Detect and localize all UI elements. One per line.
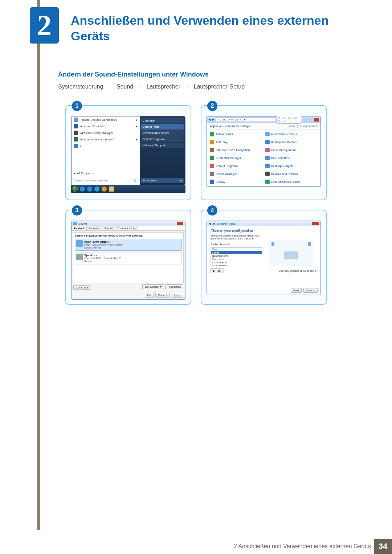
configure-button[interactable]: Configure — [73, 285, 91, 290]
chapter-title: Anschließen und Verwenden eines externen… — [71, 13, 370, 44]
cp-item[interactable]: Action Center — [210, 131, 262, 138]
cp-item[interactable]: Display — [210, 178, 262, 185]
set-default-button[interactable]: Set Default ▾ — [142, 284, 164, 289]
close-icon[interactable] — [314, 118, 319, 122]
cp-search-input[interactable]: Search Control Panel — [277, 116, 301, 124]
start-menu-program[interactable]: Remote Desktop Connection▸ — [72, 116, 140, 123]
playback-device[interactable]: AMD HDMI OutputAMD High Definition Audio… — [75, 239, 182, 251]
close-icon[interactable] — [177, 222, 183, 225]
speaker-left-icon[interactable] — [271, 242, 274, 246]
speaker-icon: 🔊 — [212, 222, 216, 225]
cancel-button[interactable]: Cancel — [303, 288, 318, 293]
all-programs-button[interactable]: All Programs — [72, 170, 140, 176]
sound-tabs: Playback Recording Sounds Communications — [72, 226, 185, 231]
apply-button[interactable]: Apply — [171, 293, 183, 297]
spk-heading: Choose your configuration — [211, 229, 262, 233]
audio-channel-option[interactable]: Stereo — [211, 251, 262, 254]
cancel-button[interactable]: Cancel — [155, 293, 170, 297]
cp-viewby[interactable]: View by: Large icons ▾ — [289, 124, 318, 128]
page-number: 34 — [374, 539, 392, 554]
taskbar-explorer-icon[interactable] — [109, 186, 114, 192]
app-icon — [74, 118, 78, 122]
start-right-item[interactable]: Devices and Printers — [141, 130, 184, 136]
window-controls — [303, 118, 319, 122]
cp-item[interactable]: Credential Manager — [210, 155, 262, 161]
start-menu-program[interactable]: Microsoft Office Excel 2007▸ — [72, 136, 140, 143]
start-search-input[interactable]: Search programs and files🔍 — [73, 178, 138, 183]
control-panel-window: ◀ ▶ « Cont... ▸ All Cont... ▸ Search Con… — [207, 116, 321, 187]
taskbar-app-icon[interactable] — [87, 186, 92, 192]
spk-list-label: Audio channels: — [211, 243, 262, 246]
side-strip — [37, 0, 40, 530]
start-right-item[interactable]: Computer — [141, 118, 184, 123]
app-icon — [74, 124, 78, 128]
audio-channel-option[interactable]: 3.1 Surround — [211, 261, 262, 264]
cp-item-icon — [210, 132, 214, 136]
start-menu-program[interactable]: s — [72, 143, 140, 149]
footer-text: 2 Anschließen und Verwenden eines extern… — [234, 543, 371, 550]
start-menu-program[interactable]: Wireless Display Manager — [72, 130, 140, 136]
audio-channels-list[interactable]: MonoStereoQuadraphonicSurround3.1 Surrou… — [211, 247, 262, 266]
cp-item[interactable]: AutoPlay — [210, 139, 262, 145]
next-button[interactable]: Next — [291, 288, 302, 293]
cp-item-icon — [210, 164, 214, 168]
cp-item[interactable]: Default Programs — [210, 163, 262, 169]
speaker-right-icon[interactable] — [308, 242, 311, 246]
tab-playback[interactable]: Playback — [72, 226, 87, 230]
address-bar[interactable]: « Cont... ▸ All Cont... ▸ — [216, 117, 275, 122]
audio-channel-option[interactable]: Mono — [211, 248, 262, 251]
test-button[interactable]: ▶ Test — [211, 268, 224, 273]
step-panel-4: 4 ◀ 🔊 Speaker Setup Choose your configur… — [201, 210, 327, 305]
sofa-icon — [284, 251, 298, 259]
cp-item-icon — [265, 140, 270, 144]
audio-channel-option[interactable]: Surround — [211, 258, 262, 261]
cp-item-icon — [265, 180, 270, 184]
step-number: 1 — [72, 101, 82, 111]
spk-hint: Click any speaker above to test it. — [266, 270, 317, 272]
nav-back-icon[interactable]: ◀ — [208, 118, 211, 121]
taskbar-ie-icon[interactable] — [80, 186, 85, 192]
maximize-icon[interactable] — [309, 118, 314, 122]
cp-item[interactable]: Backup and Restore — [265, 139, 318, 145]
minimize-icon[interactable] — [303, 118, 308, 122]
cp-item-icon — [210, 172, 214, 176]
properties-button[interactable]: Properties — [165, 284, 183, 289]
cp-item-icon — [210, 156, 214, 160]
step-number: 4 — [207, 205, 217, 216]
cp-item[interactable]: Date and Time — [265, 155, 318, 161]
app-icon — [74, 144, 78, 148]
tab-communications[interactable]: Communications — [115, 226, 138, 230]
tab-recording[interactable]: Recording — [86, 226, 102, 230]
tab-sounds[interactable]: Sounds — [102, 226, 115, 230]
taskbar-firefox-icon[interactable] — [102, 186, 107, 192]
playback-device[interactable]: SpeakersConexant 20671 SmartAudio HDRead… — [75, 252, 182, 264]
nav-fwd-icon[interactable]: ▶ — [212, 118, 214, 121]
search-icon: 🔍 — [133, 179, 136, 182]
cp-item[interactable]: Desktop Gadgets — [265, 163, 318, 169]
shutdown-button[interactable]: Shut down▸ — [141, 178, 184, 183]
cp-item[interactable]: BitLocker Drive Encryption — [210, 147, 262, 153]
start-orb-icon[interactable] — [73, 186, 78, 192]
breadcrumb: Systemsteuerung→ Sound→ Lautsprecher→ La… — [58, 83, 245, 90]
taskbar-app-icon[interactable] — [94, 186, 99, 192]
cp-item[interactable]: Devices and Printers — [265, 171, 318, 177]
back-arrow-icon[interactable]: ◀ — [209, 222, 211, 225]
device-icon — [76, 254, 83, 260]
ok-button[interactable]: OK — [145, 293, 154, 297]
audio-channel-option[interactable]: Quadraphonic — [211, 254, 262, 258]
cp-item[interactable]: Ease of Access Center — [265, 178, 318, 185]
sound-dialog: Sound Playback Recording Sounds Communic… — [71, 221, 185, 300]
start-right-item[interactable]: Control Panel — [141, 124, 184, 130]
step-number: 2 — [207, 101, 217, 111]
cp-item[interactable]: Color Management — [265, 147, 318, 153]
step-panel-2: 2 ◀ ▶ « Cont... ▸ All Cont... ▸ Search C… — [201, 105, 327, 200]
start-menu-program[interactable]: Microsoft Word 2010▸ — [72, 123, 140, 130]
audio-channel-option[interactable]: 5.1 Surround — [211, 264, 262, 266]
start-right-item[interactable]: Default Programs — [141, 136, 184, 142]
cp-item-icon — [210, 180, 214, 184]
cp-item[interactable]: Device Manager — [210, 171, 262, 177]
close-icon[interactable] — [312, 222, 319, 225]
cp-item-icon — [210, 148, 214, 152]
cp-item[interactable]: Administrative Tools — [265, 131, 318, 138]
start-right-item[interactable]: Help and Support — [141, 143, 184, 148]
